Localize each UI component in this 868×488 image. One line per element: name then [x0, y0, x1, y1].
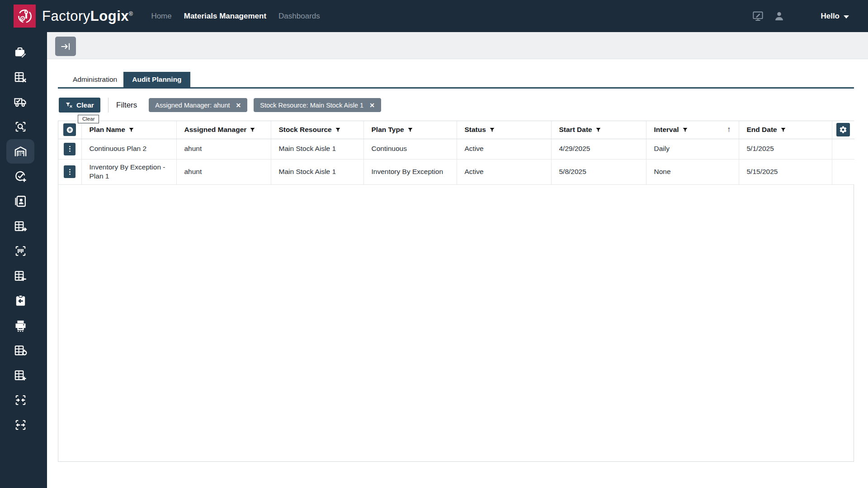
funnel-icon[interactable] [682, 127, 688, 133]
sidebar-item-clipboard-return[interactable] [6, 288, 34, 313]
table-refresh-icon [14, 343, 28, 357]
cell-plan_type[interactable]: Inventory By Exception [363, 159, 457, 185]
funnel-icon[interactable] [335, 127, 341, 133]
column-header-status[interactable]: Status [457, 121, 551, 139]
column-header-plan_name[interactable]: Plan Name [81, 121, 176, 139]
sidebar-item-barcode-scan[interactable] [6, 239, 34, 263]
sidebar-item-briefcase-edit[interactable] [6, 40, 34, 64]
cell-assigned_manager[interactable]: ahunt [176, 159, 271, 185]
sidebar-item-scan-search[interactable] [6, 114, 34, 139]
column-header-inner: Start Date [559, 126, 642, 134]
tab-audit-planning[interactable]: Audit Planning [123, 72, 190, 87]
settings-column-header [832, 121, 854, 139]
column-header-inner: Interval↑ [654, 125, 735, 134]
row-menu-button[interactable] [64, 143, 75, 155]
cell-interval[interactable]: None [646, 159, 739, 185]
cell-interval[interactable]: Daily [646, 139, 739, 159]
sort-asc-icon: ↑ [727, 125, 731, 134]
nav-item-materials-management[interactable]: Materials Management [184, 12, 266, 21]
cell-plan_name[interactable]: Continuous Plan 2 [81, 139, 176, 159]
expand-panel-button[interactable] [55, 37, 76, 56]
cell-stock_resource[interactable]: Main Stock Aisle 1 [271, 159, 363, 185]
expand-horizontal-icon [14, 418, 28, 432]
scan-search-icon [14, 120, 28, 134]
column-header-end_date[interactable]: End Date [739, 121, 832, 139]
sidebar-item-truck-check[interactable] [6, 89, 34, 114]
tab-administration[interactable]: Administration [66, 72, 123, 87]
chip-remove-icon[interactable]: ✕ [369, 102, 375, 109]
cell-status[interactable]: Active [457, 159, 551, 185]
table-import-icon [14, 269, 28, 283]
add-plan-button[interactable] [63, 123, 76, 136]
cell-end_date[interactable]: 5/15/2025 [739, 159, 832, 185]
cell-start_date[interactable]: 4/29/2025 [551, 139, 646, 159]
logo-mark-icon [16, 7, 34, 25]
funnel-icon[interactable] [595, 127, 601, 133]
grid-settings-button[interactable] [836, 123, 850, 136]
cell-end_date[interactable]: 5/1/2025 [739, 139, 832, 159]
sidebar-item-table-refresh[interactable] [6, 338, 34, 362]
table-row: Inventory By Exception - Plan 1ahuntMain… [58, 159, 854, 185]
table-head: Plan NameAssigned ManagerStock ResourceP… [58, 121, 854, 139]
funnel-icon[interactable] [489, 127, 495, 133]
collapsed-panel-strip [47, 32, 868, 59]
column-label: Stock Resource [279, 126, 332, 134]
funnel-icon[interactable] [407, 127, 413, 133]
column-label: Plan Name [90, 126, 125, 134]
top-header: FactoryLogix® HomeMaterials ManagementDa… [0, 0, 868, 32]
sidebar-item-table-remove[interactable] [6, 65, 34, 89]
header-row: Plan NameAssigned ManagerStock ResourceP… [58, 121, 854, 139]
divider [108, 98, 108, 113]
column-header-inner: Stock Resource [279, 126, 360, 134]
sidebar-item-contact-card[interactable] [6, 189, 34, 213]
funnel-icon[interactable] [780, 127, 786, 133]
funnel-icon[interactable] [250, 127, 255, 133]
row-menu-button[interactable] [64, 165, 75, 178]
collapse-horizontal-icon [14, 393, 28, 407]
sidebar-item-table-export[interactable] [6, 214, 34, 238]
add-circle-icon [66, 126, 74, 134]
cell-status[interactable]: Active [457, 139, 551, 159]
sidebar-item-warehouse[interactable] [6, 139, 34, 164]
column-label: Interval [654, 126, 679, 134]
column-header-start_date[interactable]: Start Date [551, 121, 646, 139]
add-column-header [58, 121, 81, 139]
nav-item-home[interactable]: Home [151, 12, 171, 21]
cell-plan_type[interactable]: Continuous [363, 139, 457, 159]
chip-label: Assigned Manager: ahunt [155, 102, 230, 109]
column-header-assigned_manager[interactable]: Assigned Manager [176, 121, 271, 139]
sidebar-item-print[interactable] [6, 313, 34, 338]
cell-assigned_manager[interactable]: ahunt [176, 139, 271, 159]
column-header-stock_resource[interactable]: Stock Resource [271, 121, 363, 139]
filters-label: Filters [116, 101, 137, 110]
funnel-icon[interactable] [128, 127, 134, 133]
filter-chip[interactable]: Stock Resource: Main Stock Aisle 1✕ [254, 98, 381, 112]
table-body: Continuous Plan 2ahuntMain Stock Aisle 1… [58, 139, 854, 185]
ellipsis-v-icon [66, 145, 74, 153]
chevron-down-icon [844, 15, 849, 19]
cell-stock_resource[interactable]: Main Stock Aisle 1 [271, 139, 363, 159]
sidebar-item-collapse-horizontal[interactable] [6, 388, 34, 412]
cell-plan_name[interactable]: Inventory By Exception - Plan 1 [81, 159, 176, 185]
column-label: Assigned Manager [184, 126, 247, 134]
clear-filters-button[interactable]: Clear [59, 98, 100, 113]
ellipsis-v-icon [66, 168, 74, 176]
chip-remove-icon[interactable]: ✕ [236, 102, 241, 109]
table-export-icon [14, 219, 28, 233]
monitor-edit-icon[interactable] [752, 10, 764, 22]
user-menu[interactable]: Hello [821, 12, 849, 21]
audit-plans-table: Plan NameAssigned ManagerStock ResourceP… [58, 121, 854, 185]
warehouse-icon [14, 145, 28, 159]
sidebar-item-check-circle-add[interactable] [6, 164, 34, 188]
filter-chip[interactable]: Assigned Manager: ahunt✕ [149, 98, 247, 112]
sidebar-item-expand-horizontal[interactable] [6, 413, 34, 437]
column-header-plan_type[interactable]: Plan Type [363, 121, 457, 139]
table-add-icon [14, 368, 28, 382]
user-icon[interactable] [773, 10, 785, 22]
sidebar-item-table-add[interactable] [6, 363, 34, 387]
sidebar-item-table-import[interactable] [6, 263, 34, 288]
nav-item-dashboards[interactable]: Dashboards [278, 12, 320, 21]
cell-start_date[interactable]: 5/8/2025 [551, 159, 646, 185]
top-nav: HomeMaterials ManagementDashboards [151, 12, 320, 21]
column-header-interval[interactable]: Interval↑ [646, 121, 739, 139]
